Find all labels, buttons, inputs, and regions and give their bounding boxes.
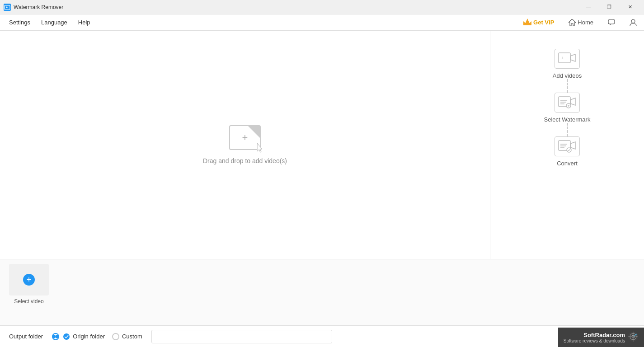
- menu-settings[interactable]: Settings: [4, 14, 36, 30]
- menu-language[interactable]: Language: [36, 14, 73, 30]
- minimize-button[interactable]: —: [578, 0, 599, 14]
- svg-marker-6: [257, 143, 262, 152]
- menu-bar: Settings Language Help Get VIP Home: [0, 14, 644, 31]
- origin-folder-label: Origin folder: [73, 333, 105, 340]
- title-bar: Watermark Remover — ❐ ✕: [0, 0, 644, 14]
- custom-radio[interactable]: [112, 333, 119, 340]
- svg-rect-3: [608, 19, 615, 24]
- home-icon: [569, 19, 576, 26]
- svg-rect-7: [559, 53, 570, 63]
- step-select-watermark: Select Watermark: [544, 93, 591, 123]
- origin-folder-radio[interactable]: [52, 333, 59, 340]
- step-add-videos: + Add videos: [553, 49, 582, 79]
- dashed-line-2: [567, 123, 568, 136]
- add-icon: +: [27, 276, 32, 284]
- step-connector-2: [567, 123, 568, 136]
- close-button[interactable]: ✕: [620, 0, 640, 14]
- select-video-label: Select video: [14, 298, 43, 305]
- dashed-line-1: [567, 79, 568, 93]
- get-vip-text: Get VIP: [533, 19, 554, 26]
- select-watermark-icon: [555, 93, 580, 113]
- plus-icon: +: [242, 133, 248, 143]
- custom-label: Custom: [122, 333, 142, 340]
- chat-icon: [608, 19, 615, 26]
- svg-marker-19: [570, 142, 575, 149]
- custom-option[interactable]: Custom: [112, 333, 142, 340]
- chat-button[interactable]: [604, 17, 619, 28]
- softradar-label: SoftRadar.com: [583, 332, 625, 338]
- svg-point-23: [567, 148, 571, 152]
- svg-point-5: [631, 19, 635, 23]
- home-button[interactable]: Home: [565, 17, 597, 28]
- user-icon: [630, 19, 637, 26]
- radio-fill: [53, 335, 56, 338]
- step-convert: Convert: [555, 136, 580, 167]
- check-icon: [63, 333, 70, 340]
- step-connector-1: [567, 79, 568, 93]
- select-video-button[interactable]: + Select video: [9, 264, 49, 321]
- cursor-icon: [257, 143, 265, 155]
- drop-zone[interactable]: + Drag and drop to add video(s): [203, 125, 287, 164]
- left-panel[interactable]: + Drag and drop to add video(s): [0, 31, 490, 259]
- svg-marker-11: [570, 98, 575, 105]
- svg-marker-8: [570, 54, 575, 61]
- main-content: + Drag and drop to add video(s) +: [0, 31, 644, 259]
- window-controls: — ❐ ✕: [578, 0, 640, 14]
- radio-group: Origin folder Custom: [52, 333, 142, 340]
- app-icon: [4, 4, 11, 11]
- origin-folder-option[interactable]: Origin folder: [52, 333, 105, 340]
- convert-icon: [555, 136, 580, 156]
- bottom-footer: Output folder Origin folder Custom: [0, 325, 644, 347]
- softradar-badge: SoftRadar.com Software reviews & downloa…: [558, 328, 644, 347]
- maximize-button[interactable]: ❐: [599, 0, 620, 14]
- step-add-videos-label: Add videos: [553, 72, 582, 79]
- output-folder-label: Output folder: [9, 333, 43, 340]
- drop-zone-icon: +: [229, 125, 261, 150]
- user-button[interactable]: [626, 17, 640, 28]
- step-convert-label: Convert: [557, 160, 578, 167]
- step-watermark-label: Select Watermark: [544, 116, 591, 123]
- right-panel: + Add videos Selec: [490, 31, 644, 259]
- drop-text: Drag and drop to add video(s): [203, 157, 287, 164]
- bottom-area: + Select video Output folder Origin fold…: [0, 259, 644, 347]
- custom-path-input[interactable]: [151, 330, 332, 343]
- add-circle: +: [23, 274, 35, 286]
- add-videos-icon: +: [555, 49, 580, 69]
- bottom-content: + Select video: [0, 259, 644, 325]
- app-title: Watermark Remover: [14, 4, 578, 10]
- home-label: Home: [578, 19, 593, 26]
- svg-text:+: +: [561, 55, 564, 61]
- get-vip-button[interactable]: Get VIP: [520, 17, 558, 28]
- svg-point-24: [63, 333, 70, 340]
- svg-marker-1: [523, 19, 531, 25]
- crown-icon: [523, 19, 531, 27]
- svg-marker-2: [569, 19, 576, 26]
- softradar-sublabel: Software reviews & downloads: [564, 338, 625, 343]
- select-video-box: +: [9, 264, 49, 295]
- menu-help[interactable]: Help: [73, 14, 96, 30]
- radar-icon: [628, 331, 639, 343]
